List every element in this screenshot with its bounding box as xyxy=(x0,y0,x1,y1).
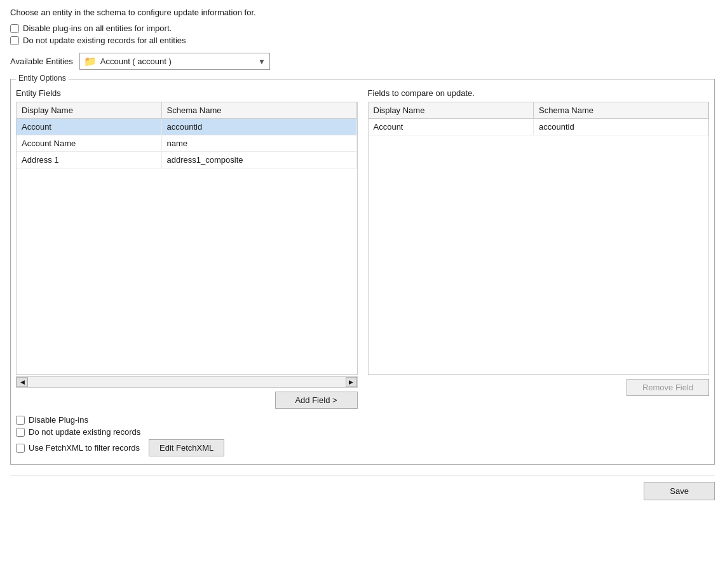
schema-name-cell: accountid xyxy=(534,119,708,135)
right-panel: Fields to compare on update. Display Nam… xyxy=(368,88,710,396)
table-row[interactable]: Address 1address1_composite xyxy=(17,152,356,168)
do-not-update-row: Do not update existing records for all e… xyxy=(10,36,715,45)
use-fetchxml-checkbox[interactable] xyxy=(16,444,25,453)
remove-field-button[interactable]: Remove Field xyxy=(627,379,709,396)
left-scrollbar[interactable]: ◀ ▶ xyxy=(16,376,358,388)
available-entities-label: Available Entities xyxy=(10,57,73,66)
table-row[interactable]: Accountaccountid xyxy=(17,119,356,135)
fields-compare-table-wrapper[interactable]: Display Name Schema Name Accountaccounti… xyxy=(368,102,710,375)
available-entities-row: Available Entities 📁 Account ( account )… xyxy=(10,53,715,70)
entity-fields-table-wrapper[interactable]: Display Name Schema Name Accountaccounti… xyxy=(16,102,358,375)
add-field-row: Add Field > xyxy=(16,392,358,409)
remove-field-row: Remove Field xyxy=(368,379,710,396)
table-row[interactable]: Account Namename xyxy=(17,135,356,152)
entity-disable-plugins-label: Disable Plug-ins xyxy=(29,415,88,425)
entity-do-not-update-checkbox[interactable] xyxy=(16,428,25,437)
chevron-down-icon: ▼ xyxy=(258,57,266,66)
fields-to-compare-label: Fields to compare on update. xyxy=(368,88,710,98)
entity-fields-label: Entity Fields xyxy=(16,88,358,98)
fields-compare-table: Display Name Schema Name Accountaccounti… xyxy=(369,102,709,135)
display-name-cell: Account xyxy=(369,119,534,135)
disable-plugins-checkbox[interactable] xyxy=(10,24,19,33)
entity-fields-table: Display Name Schema Name Accountaccounti… xyxy=(17,102,357,168)
entity-options-legend: Entity Options xyxy=(16,74,69,83)
disable-plugins-label: Disable plug-ins on all entities for imp… xyxy=(23,24,172,33)
entity-options-content: Entity Fields Display Name Schema Name A… xyxy=(16,85,709,456)
schema-name-cell: accountid xyxy=(161,119,356,135)
entity-disable-plugins-checkbox[interactable] xyxy=(16,416,25,425)
display-name-cell: Account Name xyxy=(17,135,161,152)
schema-name-cell: name xyxy=(161,135,356,152)
entity-do-not-update-label: Do not update existing records xyxy=(29,427,140,437)
scroll-left-btn[interactable]: ◀ xyxy=(17,377,28,387)
add-field-button[interactable]: Add Field > xyxy=(275,392,358,409)
left-panel: Entity Fields Display Name Schema Name A… xyxy=(16,88,358,409)
schema-name-cell: address1_composite xyxy=(161,152,356,168)
page-description: Choose an entity in the schema to config… xyxy=(10,8,715,17)
disable-plugins-row: Disable plug-ins on all entities for imp… xyxy=(10,24,715,33)
use-fetchxml-label: Use FetchXML to filter records xyxy=(29,443,140,453)
left-col-schema: Schema Name xyxy=(161,102,356,119)
entity-bottom-options: Disable Plug-ins Do not update existing … xyxy=(16,415,709,456)
save-button[interactable]: Save xyxy=(644,482,715,500)
right-col-schema: Schema Name xyxy=(534,102,708,119)
display-name-cell: Address 1 xyxy=(17,152,161,168)
display-name-cell: Account xyxy=(17,119,161,135)
entity-do-not-update-row: Do not update existing records xyxy=(16,427,709,437)
scroll-right-btn[interactable]: ▶ xyxy=(346,377,357,387)
panels-container: Entity Fields Display Name Schema Name A… xyxy=(16,88,709,409)
right-col-display: Display Name xyxy=(369,102,534,119)
edit-fetchxml-button[interactable]: Edit FetchXML xyxy=(149,439,224,456)
entity-select-text: Account ( account ) xyxy=(100,57,253,66)
use-fetchxml-row: Use FetchXML to filter records Edit Fetc… xyxy=(16,439,709,456)
do-not-update-checkbox[interactable] xyxy=(10,36,19,45)
entity-disable-plugins-row: Disable Plug-ins xyxy=(16,415,709,425)
entity-dropdown[interactable]: 📁 Account ( account ) ▼ xyxy=(79,53,270,70)
footer-bar: Save xyxy=(10,475,715,500)
left-col-display: Display Name xyxy=(17,102,161,119)
scroll-track[interactable] xyxy=(28,377,346,387)
global-options: Disable plug-ins on all entities for imp… xyxy=(10,24,715,45)
table-row[interactable]: Accountaccountid xyxy=(369,119,708,135)
do-not-update-label: Do not update existing records for all e… xyxy=(23,36,186,45)
folder-icon: 📁 xyxy=(84,55,97,67)
entity-options-group: Entity Options Entity Fields Display Nam… xyxy=(10,79,715,465)
